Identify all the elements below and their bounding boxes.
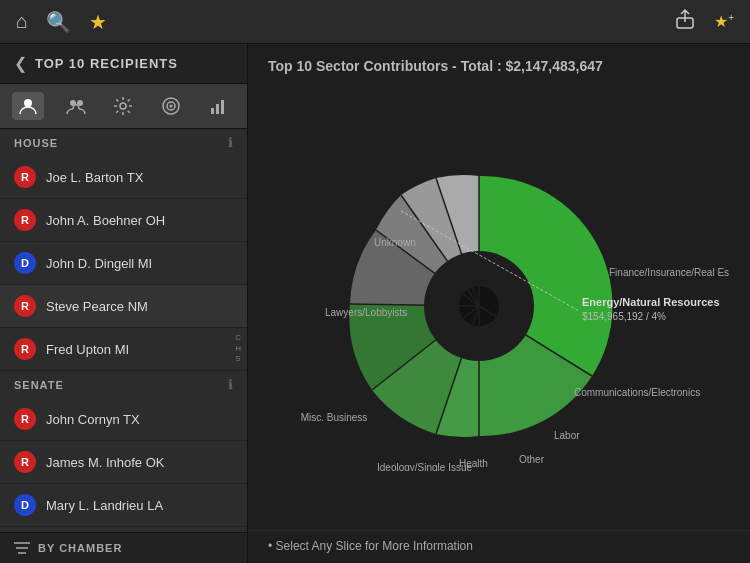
nav-left-icons: ⌂ 🔍 ★ [16,10,107,34]
back-arrow-icon[interactable]: ❮ [14,54,27,73]
svg-point-4 [120,103,126,109]
sidebar-bottom-bar[interactable]: BY CHAMBER [0,532,247,563]
recipient-name: Joe L. Barton TX [46,170,143,185]
party-badge-r: R [14,209,36,231]
tooltip-sector: Energy/Natural Resources [582,296,720,308]
list-item[interactable]: D Mary L. Landrieu LA [0,484,247,527]
chart-title: Top 10 Sector Contributors - Total : $2,… [248,44,750,82]
house-info-icon[interactable]: ℹ [228,135,233,150]
party-badge-d: D [14,252,36,274]
party-badge-r: R [14,295,36,317]
list-item[interactable]: D John D. Dingell MI [0,242,247,285]
chart-area[interactable]: Finance/Insurance/Real Estate Unknown La… [248,82,750,530]
svg-rect-9 [216,104,219,114]
right-panel: Top 10 Sector Contributors - Total : $2,… [248,44,750,563]
list-item[interactable]: R Joe L. Barton TX [0,156,247,199]
label-unknown: Unknown [374,237,416,248]
top-navigation-bar: ⌂ 🔍 ★ ★+ [0,0,750,44]
house-section-header: HOUSE ℹ [0,129,247,156]
favorites-plus-icon[interactable]: ★+ [714,12,734,31]
party-badge-r: R [14,408,36,430]
label-other: Other [519,454,545,465]
recipient-name: John D. Dingell MI [46,256,152,271]
list-item[interactable]: R Fred Upton MI CHS [0,328,247,371]
share-icon[interactable] [674,8,696,35]
chart-bottom-note: • Select Any Slice for More Information [248,530,750,563]
party-badge-r: R [14,166,36,188]
icon-tabs [0,84,247,129]
by-chamber-label: BY CHAMBER [38,542,122,554]
recipient-name: Steve Pearce NM [46,299,148,314]
svg-rect-8 [211,108,214,114]
recipient-name: John Cornyn TX [46,412,140,427]
svg-point-1 [24,99,32,107]
tab-settings[interactable] [107,92,139,120]
label-finance: Finance/Insurance/Real Estate [609,267,729,278]
tab-group[interactable] [60,92,92,120]
main-layout: ❮ TOP 10 RECIPIENTS [0,44,750,563]
label-labor: Labor [554,430,580,441]
sidebar-title: TOP 10 RECIPIENTS [35,56,178,71]
filter-lines-icon [14,541,30,555]
home-icon[interactable]: ⌂ [16,10,28,33]
tab-person[interactable] [12,92,44,120]
party-badge-d: D [14,494,36,516]
recipient-name: Fred Upton MI [46,342,129,357]
label-misc: Misc. Business [301,412,368,423]
nav-right-icons: ★+ [674,8,734,35]
senate-info-icon[interactable]: ℹ [228,377,233,392]
tab-chart[interactable] [203,92,235,120]
svg-rect-10 [221,100,224,114]
party-badge-r: R [14,451,36,473]
list-item[interactable]: R John A. Boehner OH [0,199,247,242]
select-slice-note: • Select Any Slice for More Information [268,539,473,553]
recipient-name: James M. Inhofe OK [46,455,165,470]
list-item[interactable]: R Steve Pearce NM [0,285,247,328]
tooltip-amount: $154,965,192 / 4% [582,311,666,322]
label-health: Health [459,458,488,469]
svg-point-7 [170,105,173,108]
senate-label: SENATE [14,379,64,391]
search-icon[interactable]: 🔍 [46,10,71,34]
senate-section-header: SENATE ℹ [0,371,247,398]
donut-chart[interactable]: Finance/Insurance/Real Estate Unknown La… [269,141,729,471]
star-icon[interactable]: ★ [89,10,107,34]
list-item[interactable]: R James M. Inhofe OK [0,441,247,484]
sidebar: ❮ TOP 10 RECIPIENTS [0,44,248,563]
recipient-name: Mary L. Landrieu LA [46,498,163,513]
list-item[interactable]: R John Cornyn TX [0,398,247,441]
label-comms: Communications/Electronics [574,387,700,398]
tab-filter[interactable] [155,92,187,120]
label-lawyers: Lawyers/Lobbyists [325,307,407,318]
party-badge-r: R [14,338,36,360]
recipient-name: John A. Boehner OH [46,213,165,228]
recipients-list: HOUSE ℹ R Joe L. Barton TX R John A. Boe… [0,129,247,532]
sidebar-header: ❮ TOP 10 RECIPIENTS [0,44,247,84]
house-label: HOUSE [14,137,58,149]
